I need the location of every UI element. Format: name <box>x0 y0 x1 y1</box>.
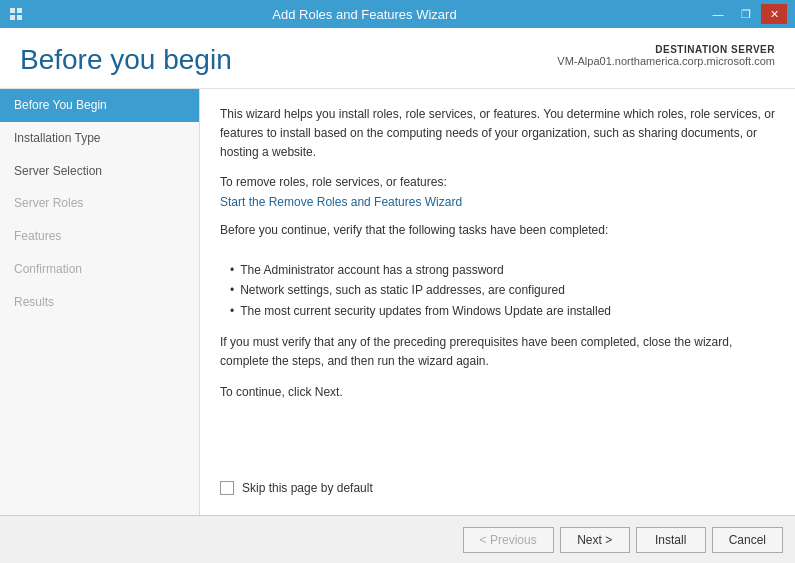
skip-checkbox[interactable] <box>220 481 234 495</box>
svg-rect-1 <box>17 8 22 13</box>
app-icon <box>8 6 24 22</box>
window-controls: — ❐ ✕ <box>705 4 787 24</box>
minimize-button[interactable]: — <box>705 4 731 24</box>
bullet-item-3: The most current security updates from W… <box>230 301 775 321</box>
sidebar-item-confirmation: Confirmation <box>0 253 199 286</box>
content-area: This wizard helps you install roles, rol… <box>200 89 795 515</box>
continue-note: To continue, click Next. <box>220 383 775 402</box>
restore-button[interactable]: ❐ <box>733 4 759 24</box>
svg-rect-0 <box>10 8 15 13</box>
bullet-text-3: The most current security updates from W… <box>240 301 611 321</box>
sidebar-item-server-roles: Server Roles <box>0 187 199 220</box>
close-button[interactable]: ✕ <box>761 4 787 24</box>
destination-label: DESTINATION SERVER <box>557 44 775 55</box>
prereq-note: If you must verify that any of the prece… <box>220 333 775 371</box>
sidebar-item-results: Results <box>0 286 199 319</box>
page-title: Before you begin <box>20 44 232 76</box>
svg-rect-3 <box>17 15 22 20</box>
destination-server-info: DESTINATION SERVER VM-Alpa01.northameric… <box>557 44 775 67</box>
bullet-text-2: Network settings, such as static IP addr… <box>240 280 565 300</box>
skip-area: Skip this page by default <box>220 481 775 499</box>
install-button[interactable]: Install <box>636 527 706 553</box>
footer: < Previous Next > Install Cancel <box>0 515 795 563</box>
content-spacer <box>220 414 775 481</box>
intro-text: This wizard helps you install roles, rol… <box>220 105 775 163</box>
window-title: Add Roles and Features Wizard <box>24 7 705 22</box>
cancel-button[interactable]: Cancel <box>712 527 783 553</box>
main-window: Before you begin DESTINATION SERVER VM-A… <box>0 28 795 563</box>
remove-link[interactable]: Start the Remove Roles and Features Wiza… <box>220 195 775 209</box>
svg-rect-2 <box>10 15 15 20</box>
previous-button[interactable]: < Previous <box>463 527 554 553</box>
verify-heading: Before you continue, verify that the fol… <box>220 221 775 240</box>
header: Before you begin DESTINATION SERVER VM-A… <box>0 28 795 89</box>
sidebar: Before You Begin Installation Type Serve… <box>0 89 200 515</box>
sidebar-item-features: Features <box>0 220 199 253</box>
bullet-item-2: Network settings, such as static IP addr… <box>230 280 775 300</box>
sidebar-item-before-you-begin[interactable]: Before You Begin <box>0 89 199 122</box>
skip-label: Skip this page by default <box>242 481 373 495</box>
bullet-item-1: The Administrator account has a strong p… <box>230 260 775 280</box>
sidebar-item-server-selection[interactable]: Server Selection <box>0 155 199 188</box>
bullet-list: The Administrator account has a strong p… <box>230 260 775 321</box>
body: Before You Begin Installation Type Serve… <box>0 89 795 515</box>
server-name: VM-Alpa01.northamerica.corp.microsoft.co… <box>557 55 775 67</box>
sidebar-item-installation-type[interactable]: Installation Type <box>0 122 199 155</box>
title-bar: Add Roles and Features Wizard — ❐ ✕ <box>0 0 795 28</box>
bullet-text-1: The Administrator account has a strong p… <box>240 260 503 280</box>
remove-heading: To remove roles, role services, or featu… <box>220 175 775 189</box>
next-button[interactable]: Next > <box>560 527 630 553</box>
